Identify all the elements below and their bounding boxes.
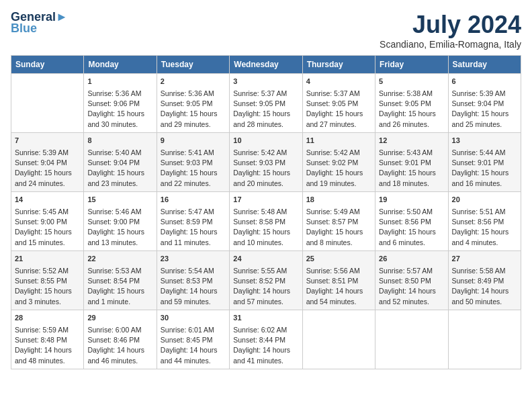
calendar-cell [11,74,84,133]
calendar-week-row: 21Sunrise: 5:52 AMSunset: 8:55 PMDayligh… [11,251,521,310]
day-number: 1 [87,77,152,87]
day-number: 31 [233,313,298,324]
day-header: Tuesday [157,56,229,74]
day-header: Sunday [11,56,84,74]
day-number: 25 [306,254,371,265]
day-info: Sunrise: 5:57 AMSunset: 8:50 PMDaylight:… [379,267,436,306]
day-number: 22 [87,254,152,265]
day-number: 26 [379,254,444,265]
day-info: Sunrise: 5:36 AMSunset: 9:05 PMDaylight:… [161,89,218,128]
calendar-cell [302,310,375,369]
calendar-cell: 22Sunrise: 5:53 AMSunset: 8:54 PMDayligh… [84,251,157,310]
day-info: Sunrise: 5:51 AMSunset: 8:56 PMDaylight:… [452,208,509,246]
day-number: 13 [452,136,517,146]
calendar-cell: 2Sunrise: 5:36 AMSunset: 9:05 PMDaylight… [157,74,229,133]
calendar-week-row: 1Sunrise: 5:36 AMSunset: 9:06 PMDaylight… [11,74,521,133]
title-block: July 2024 Scandiano, Emilia-Romagna, Ita… [380,11,521,50]
day-number: 10 [233,136,298,146]
day-number: 6 [452,77,517,87]
day-info: Sunrise: 5:59 AMSunset: 8:48 PMDaylight:… [15,326,72,365]
calendar-cell: 1Sunrise: 5:36 AMSunset: 9:06 PMDaylight… [84,74,157,133]
page-header: General► Blue July 2024 Scandiano, Emili… [11,11,521,50]
calendar-cell: 19Sunrise: 5:50 AMSunset: 8:56 PMDayligh… [375,192,448,251]
calendar-cell: 27Sunrise: 5:58 AMSunset: 8:49 PMDayligh… [448,251,521,310]
calendar-cell: 20Sunrise: 5:51 AMSunset: 8:56 PMDayligh… [448,192,521,251]
calendar-cell: 3Sunrise: 5:37 AMSunset: 9:05 PMDaylight… [230,74,302,133]
day-number: 11 [306,136,371,146]
calendar-cell: 11Sunrise: 5:42 AMSunset: 9:02 PMDayligh… [302,133,375,192]
calendar-week-row: 28Sunrise: 5:59 AMSunset: 8:48 PMDayligh… [11,310,521,369]
calendar-cell: 25Sunrise: 5:56 AMSunset: 8:51 PMDayligh… [302,251,375,310]
day-info: Sunrise: 6:02 AMSunset: 8:44 PMDaylight:… [233,326,290,365]
day-number: 18 [306,195,371,205]
day-info: Sunrise: 5:45 AMSunset: 9:00 PMDaylight:… [15,208,72,246]
day-info: Sunrise: 5:39 AMSunset: 9:04 PMDaylight:… [15,148,72,187]
day-info: Sunrise: 5:55 AMSunset: 8:52 PMDaylight:… [233,267,290,306]
day-info: Sunrise: 5:53 AMSunset: 8:54 PMDaylight:… [87,267,144,306]
day-info: Sunrise: 5:46 AMSunset: 9:00 PMDaylight:… [87,208,144,246]
day-header: Friday [375,56,448,74]
day-number: 7 [15,136,80,146]
day-number: 14 [15,195,80,205]
calendar-cell: 26Sunrise: 5:57 AMSunset: 8:50 PMDayligh… [375,251,448,310]
day-info: Sunrise: 5:48 AMSunset: 8:58 PMDaylight:… [233,208,290,246]
day-number: 27 [452,254,517,265]
calendar-cell: 30Sunrise: 6:01 AMSunset: 8:45 PMDayligh… [157,310,229,369]
month-title: July 2024 [380,11,521,39]
day-number: 20 [452,195,517,205]
logo-blue: Blue [11,21,37,36]
day-number: 21 [15,254,80,265]
day-number: 19 [379,195,444,205]
day-header: Monday [84,56,157,74]
calendar-cell [375,310,448,369]
day-info: Sunrise: 5:50 AMSunset: 8:56 PMDaylight:… [379,208,436,246]
calendar-cell: 5Sunrise: 5:38 AMSunset: 9:05 PMDaylight… [375,74,448,133]
calendar-cell: 12Sunrise: 5:43 AMSunset: 9:01 PMDayligh… [375,133,448,192]
calendar-cell: 28Sunrise: 5:59 AMSunset: 8:48 PMDayligh… [11,310,84,369]
calendar-week-row: 7Sunrise: 5:39 AMSunset: 9:04 PMDaylight… [11,133,521,192]
calendar-cell: 15Sunrise: 5:46 AMSunset: 9:00 PMDayligh… [84,192,157,251]
calendar-cell: 4Sunrise: 5:37 AMSunset: 9:05 PMDaylight… [302,74,375,133]
day-number: 12 [379,136,444,146]
day-number: 16 [161,195,226,205]
day-info: Sunrise: 5:58 AMSunset: 8:49 PMDaylight:… [452,267,509,306]
day-info: Sunrise: 5:52 AMSunset: 8:55 PMDaylight:… [15,267,72,306]
day-number: 9 [161,136,226,146]
calendar-cell: 29Sunrise: 6:00 AMSunset: 8:46 PMDayligh… [84,310,157,369]
day-info: Sunrise: 5:44 AMSunset: 9:01 PMDaylight:… [452,148,509,187]
day-info: Sunrise: 5:42 AMSunset: 9:03 PMDaylight:… [233,148,290,187]
calendar-cell: 24Sunrise: 5:55 AMSunset: 8:52 PMDayligh… [230,251,302,310]
day-number: 15 [87,195,152,205]
day-info: Sunrise: 5:37 AMSunset: 9:05 PMDaylight:… [306,89,363,128]
calendar-cell: 9Sunrise: 5:41 AMSunset: 9:03 PMDaylight… [157,133,229,192]
calendar-cell: 13Sunrise: 5:44 AMSunset: 9:01 PMDayligh… [448,133,521,192]
calendar-week-row: 14Sunrise: 5:45 AMSunset: 9:00 PMDayligh… [11,192,521,251]
day-number: 3 [233,77,298,87]
day-info: Sunrise: 5:36 AMSunset: 9:06 PMDaylight:… [87,89,144,128]
day-number: 8 [87,136,152,146]
location-subtitle: Scandiano, Emilia-Romagna, Italy [380,39,521,50]
day-info: Sunrise: 5:49 AMSunset: 8:57 PMDaylight:… [306,208,363,246]
calendar-cell: 23Sunrise: 5:54 AMSunset: 8:53 PMDayligh… [157,251,229,310]
calendar-cell: 14Sunrise: 5:45 AMSunset: 9:00 PMDayligh… [11,192,84,251]
day-info: Sunrise: 5:54 AMSunset: 8:53 PMDaylight:… [161,267,218,306]
day-header: Wednesday [230,56,302,74]
day-info: Sunrise: 5:42 AMSunset: 9:02 PMDaylight:… [306,148,363,187]
day-info: Sunrise: 5:39 AMSunset: 9:04 PMDaylight:… [452,89,509,128]
day-header: Thursday [302,56,375,74]
day-number: 5 [379,77,444,87]
calendar-cell: 6Sunrise: 5:39 AMSunset: 9:04 PMDaylight… [448,74,521,133]
day-info: Sunrise: 5:56 AMSunset: 8:51 PMDaylight:… [306,267,363,306]
day-info: Sunrise: 6:00 AMSunset: 8:46 PMDaylight:… [87,326,144,365]
logo: General► Blue [11,11,68,36]
calendar-header-row: SundayMondayTuesdayWednesdayThursdayFrid… [11,56,521,74]
day-info: Sunrise: 5:43 AMSunset: 9:01 PMDaylight:… [379,148,436,187]
day-header: Saturday [448,56,521,74]
day-info: Sunrise: 5:41 AMSunset: 9:03 PMDaylight:… [161,148,218,187]
day-info: Sunrise: 5:38 AMSunset: 9:05 PMDaylight:… [379,89,436,128]
day-number: 29 [87,313,152,324]
day-info: Sunrise: 5:47 AMSunset: 8:59 PMDaylight:… [161,208,218,246]
calendar-cell: 8Sunrise: 5:40 AMSunset: 9:04 PMDaylight… [84,133,157,192]
day-info: Sunrise: 5:37 AMSunset: 9:05 PMDaylight:… [233,89,290,128]
calendar-cell [448,310,521,369]
